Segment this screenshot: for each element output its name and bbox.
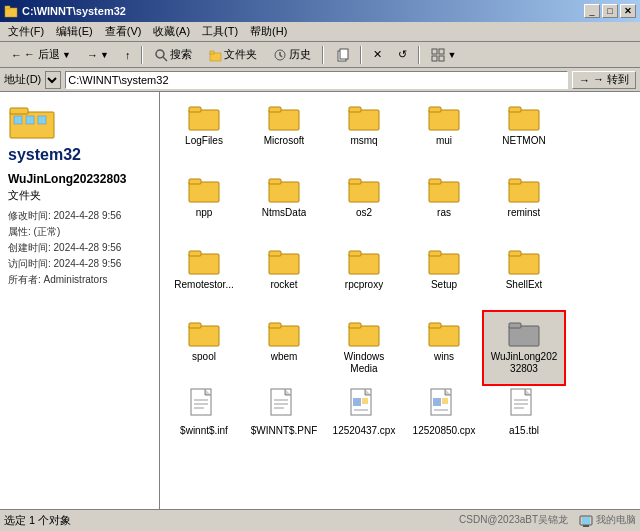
file-item[interactable]: wbem bbox=[244, 312, 324, 384]
toolbar-separator-1 bbox=[141, 46, 143, 64]
maximize-button[interactable]: □ bbox=[602, 4, 618, 18]
svg-rect-35 bbox=[429, 179, 441, 184]
file-item[interactable]: WindowsMedia bbox=[324, 312, 404, 384]
file-label: msmq bbox=[350, 135, 377, 147]
panel-modified: 修改时间: 2024-4-28 9:56 bbox=[8, 209, 151, 223]
undo-button[interactable]: ↺ bbox=[391, 44, 414, 66]
folder-icon bbox=[428, 244, 460, 276]
folder-icon bbox=[428, 316, 460, 348]
svg-rect-67 bbox=[353, 398, 361, 406]
svg-rect-19 bbox=[189, 107, 201, 112]
file-item[interactable]: msmq bbox=[324, 96, 404, 168]
folder-icon bbox=[268, 244, 300, 276]
file-area: LogFiles Microsoft msmq mui NETMON npp N… bbox=[160, 92, 640, 509]
file-item[interactable]: 12520437.cpx bbox=[324, 384, 404, 456]
status-text: 选定 1 个对象 bbox=[4, 513, 459, 528]
file-label: reminst bbox=[508, 207, 541, 219]
go-button[interactable]: → → 转到 bbox=[572, 71, 636, 89]
close-button[interactable]: ✕ bbox=[620, 4, 636, 18]
file-item[interactable]: a15.tbl bbox=[484, 384, 564, 456]
file-item[interactable]: $winnt$.inf bbox=[164, 384, 244, 456]
history-button[interactable]: 历史 bbox=[266, 44, 318, 66]
folder-icon bbox=[428, 172, 460, 204]
svg-rect-24 bbox=[429, 110, 459, 130]
file-item[interactable]: 12520850.cpx bbox=[404, 384, 484, 456]
address-input[interactable] bbox=[65, 71, 568, 89]
copy-button[interactable] bbox=[328, 44, 356, 66]
window: C:\WINNT\system32 _ □ ✕ 文件(F) 编辑(E) 查看(V… bbox=[0, 0, 640, 531]
file-item[interactable]: Remotestor... bbox=[164, 240, 244, 312]
views-icon bbox=[431, 48, 445, 62]
svg-rect-48 bbox=[189, 326, 219, 346]
delete-button[interactable]: ✕ bbox=[366, 44, 389, 66]
forward-button[interactable]: → ▼ bbox=[80, 44, 116, 66]
svg-rect-38 bbox=[189, 254, 219, 274]
menu-file[interactable]: 文件(F) bbox=[2, 22, 50, 41]
svg-rect-45 bbox=[429, 251, 441, 256]
file-item[interactable]: reminst bbox=[484, 168, 564, 240]
file-item[interactable]: ShellExt bbox=[484, 240, 564, 312]
file-label: ShellExt bbox=[506, 279, 543, 291]
svg-rect-68 bbox=[362, 398, 368, 404]
menu-favorites[interactable]: 收藏(A) bbox=[147, 22, 196, 41]
svg-rect-8 bbox=[340, 49, 348, 59]
svg-rect-46 bbox=[509, 254, 539, 274]
svg-rect-39 bbox=[189, 251, 201, 256]
svg-rect-30 bbox=[269, 182, 299, 202]
folder-icon bbox=[508, 100, 540, 132]
svg-rect-0 bbox=[5, 8, 17, 17]
menu-help[interactable]: 帮助(H) bbox=[244, 22, 293, 41]
svg-rect-28 bbox=[189, 182, 219, 202]
svg-rect-16 bbox=[26, 116, 34, 124]
file-item[interactable]: Setup bbox=[404, 240, 484, 312]
history-icon bbox=[273, 48, 287, 62]
folder-icon bbox=[508, 172, 540, 204]
file-item[interactable]: rocket bbox=[244, 240, 324, 312]
svg-rect-53 bbox=[349, 323, 361, 328]
file-item[interactable]: rpcproxy bbox=[324, 240, 404, 312]
file-label: rpcproxy bbox=[345, 279, 383, 291]
folder-icon bbox=[268, 172, 300, 204]
file-item[interactable]: ras bbox=[404, 168, 484, 240]
file-item[interactable]: $WINNT$.PNF bbox=[244, 384, 324, 456]
minimize-button[interactable]: _ bbox=[584, 4, 600, 18]
file-label: ras bbox=[437, 207, 451, 219]
up-button[interactable]: ↑ bbox=[118, 44, 138, 66]
file-item[interactable]: spool bbox=[164, 312, 244, 384]
file-item[interactable]: NETMON bbox=[484, 96, 564, 168]
file-item[interactable]: wins bbox=[404, 312, 484, 384]
file-item[interactable]: NtmsData bbox=[244, 168, 324, 240]
search-button[interactable]: 搜索 bbox=[147, 44, 199, 66]
folder-icon bbox=[268, 100, 300, 132]
file-item[interactable]: Microsoft bbox=[244, 96, 324, 168]
svg-point-2 bbox=[156, 50, 164, 58]
file-item[interactable]: LogFiles bbox=[164, 96, 244, 168]
file-item[interactable]: npp bbox=[164, 168, 244, 240]
address-bar: 地址(D) 🗁 → → 转到 bbox=[0, 68, 640, 92]
svg-rect-22 bbox=[349, 110, 379, 130]
toolbar-separator-3 bbox=[360, 46, 362, 64]
file-label: npp bbox=[196, 207, 213, 219]
menu-bar: 文件(F) 编辑(E) 查看(V) 收藏(A) 工具(T) 帮助(H) bbox=[0, 22, 640, 42]
svg-rect-26 bbox=[509, 110, 539, 130]
file-item[interactable]: os2 bbox=[324, 168, 404, 240]
address-dropdown-icon[interactable]: 🗁 bbox=[45, 71, 61, 89]
views-button[interactable]: ▼ bbox=[424, 44, 463, 66]
status-bar: 选定 1 个对象 CSDN@2023aBT吴锦龙 我的电脑 bbox=[0, 509, 640, 531]
menu-tools[interactable]: 工具(T) bbox=[196, 22, 244, 41]
file-label: 12520437.cpx bbox=[333, 425, 396, 437]
svg-rect-71 bbox=[433, 398, 441, 406]
file-item[interactable]: mui bbox=[404, 96, 484, 168]
document-icon bbox=[350, 388, 378, 422]
menu-view[interactable]: 查看(V) bbox=[99, 22, 148, 41]
file-label: 12520850.cpx bbox=[413, 425, 476, 437]
svg-rect-1 bbox=[5, 6, 10, 9]
file-label: $winnt$.inf bbox=[180, 425, 228, 437]
svg-rect-21 bbox=[269, 107, 281, 112]
svg-rect-80 bbox=[582, 517, 590, 524]
menu-edit[interactable]: 编辑(E) bbox=[50, 22, 99, 41]
back-button[interactable]: ← ← 后退 ▼ bbox=[4, 44, 78, 66]
file-item[interactable]: WuJinLong20232803 bbox=[484, 312, 564, 384]
window-controls: _ □ ✕ bbox=[584, 4, 636, 18]
folders-button[interactable]: 文件夹 bbox=[201, 44, 264, 66]
